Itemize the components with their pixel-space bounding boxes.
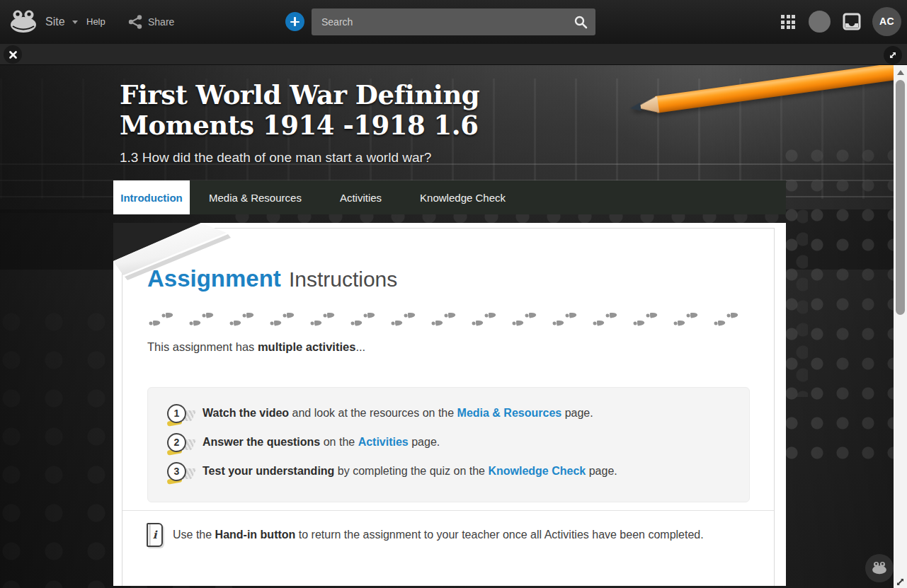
close-button[interactable]	[4, 45, 22, 64]
close-icon	[9, 51, 17, 59]
secondary-toolbar	[0, 44, 907, 65]
user-avatar[interactable]: AC	[872, 7, 901, 36]
search-box	[312, 8, 595, 35]
content-page: Assignment Instructions This assignment …	[113, 223, 786, 586]
add-button[interactable]	[285, 12, 304, 31]
caret-down-icon[interactable]	[72, 21, 78, 24]
chat-frog-icon	[872, 560, 887, 576]
resize-corner-icon[interactable]	[896, 577, 905, 587]
share-icon	[127, 14, 143, 30]
step-3-text: Test your understanding by completing th…	[202, 465, 617, 478]
step-1-badge: 1	[167, 404, 186, 423]
heading-assignment: Assignment	[147, 265, 281, 292]
chat-widget-button[interactable]	[865, 554, 894, 582]
heading-instructions: Instructions	[289, 267, 397, 292]
step-row-2: 2 Answer the questions on the Activities…	[167, 432, 749, 453]
activities-link[interactable]: Activities	[358, 436, 409, 448]
page-title-line1: First World War Defining	[120, 80, 479, 110]
step-1-text: Watch the video and look at the resource…	[202, 407, 593, 420]
site-menu[interactable]: Site	[45, 0, 65, 44]
scroll-up-icon[interactable]	[897, 70, 904, 75]
search-icon[interactable]	[574, 15, 588, 30]
tab-knowledge-check[interactable]: Knowledge Check	[401, 180, 525, 214]
media-resources-link[interactable]: Media & Resources	[457, 407, 562, 419]
step-row-1: 1 Watch the video and look at the resour…	[167, 403, 749, 424]
step-2-text: Answer the questions on the Activities p…	[202, 436, 440, 449]
top-navigation-bar: Site Help Share	[0, 0, 907, 44]
info-book-icon: i	[147, 523, 163, 547]
help-link[interactable]: Help	[86, 0, 105, 44]
apps-grid-icon[interactable]	[781, 15, 796, 30]
assignment-hero: First World War Defining Moments 1914 -1…	[120, 80, 479, 166]
step-row-3: 3 Test your understanding by completing …	[167, 461, 749, 482]
handin-note: i Use the Hand-in button to return the a…	[147, 523, 704, 547]
tab-activities[interactable]: Activities	[321, 180, 401, 214]
frog-logo-icon[interactable]	[9, 8, 38, 36]
step-2-badge: 2	[167, 433, 186, 452]
knowledge-check-link[interactable]: Knowledge Check	[488, 465, 586, 477]
section-divider	[122, 510, 774, 511]
profile-status-circle[interactable]	[809, 11, 831, 33]
app-window: Site Help Share	[0, 0, 907, 588]
scrollbar-track[interactable]	[894, 65, 907, 588]
footprints-divider	[147, 312, 753, 328]
tab-introduction[interactable]: Introduction	[113, 180, 190, 214]
scrollbar-thumb[interactable]	[896, 80, 905, 315]
tab-media-resources[interactable]: Media & Resources	[190, 180, 321, 214]
intro-text: This assignment has multiple activities.…	[147, 340, 365, 354]
assignment-tabbar: Introduction Media & Resources Activitie…	[113, 180, 786, 214]
section-heading: Assignment Instructions	[147, 265, 397, 292]
page-subtitle: 1.3 How did the death of one man start a…	[120, 150, 479, 166]
expand-icon	[888, 50, 898, 60]
inbox-tray-icon[interactable]	[842, 12, 862, 32]
steps-panel: 1 Watch the video and look at the resour…	[147, 387, 750, 502]
handin-text: Use the Hand-in button to return the ass…	[173, 529, 704, 541]
step-3-badge: 3	[167, 462, 186, 481]
share-label: Share	[148, 16, 174, 28]
expand-button[interactable]	[884, 46, 902, 64]
page-title-line2: Moments 1914 -1918 1.6	[120, 110, 479, 141]
share-button[interactable]: Share	[127, 0, 174, 44]
search-input[interactable]	[312, 8, 595, 35]
